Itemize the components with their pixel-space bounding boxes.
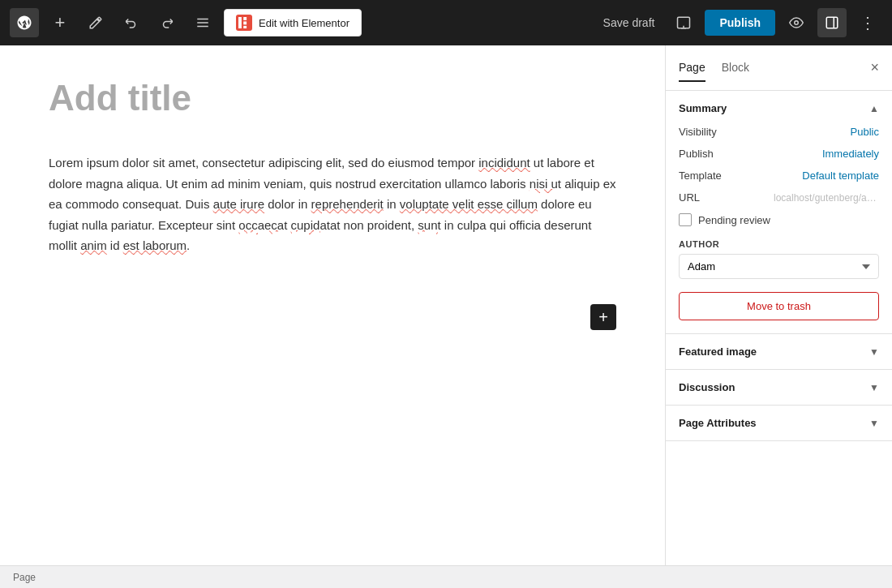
discussion-title: Discussion <box>679 381 735 393</box>
template-label: Template <box>679 170 722 182</box>
post-title[interactable]: Add title <box>49 78 616 127</box>
sidebar: Page Block × Summary ▲ Visibility Public <box>665 45 892 565</box>
more-options-button[interactable]: ⋮ <box>853 8 882 37</box>
author-select[interactable]: Adam <box>679 254 879 279</box>
summary-title: Summary <box>679 102 727 114</box>
publish-label: Publish <box>679 148 714 160</box>
discussion-chevron-icon: ▼ <box>869 382 879 393</box>
pending-review-label: Pending review <box>698 214 770 226</box>
page-attributes-title: Page Attributes <box>679 417 757 429</box>
undo-button[interactable] <box>117 8 146 37</box>
sidebar-toggle-button[interactable] <box>817 8 847 37</box>
svg-rect-3 <box>238 17 242 28</box>
svg-rect-4 <box>243 17 247 20</box>
template-value[interactable]: Default template <box>802 170 879 182</box>
edit-with-elementor-button[interactable]: Edit with Elementor <box>224 9 362 36</box>
publish-value[interactable]: Immediately <box>822 148 879 160</box>
status-bar: Page <box>0 565 892 588</box>
summary-visibility-row: Visibility Public <box>679 126 879 138</box>
pending-review-checkbox[interactable] <box>679 213 692 226</box>
move-to-trash-button[interactable]: Move to trash <box>679 292 879 320</box>
toolbar: + Edit with Elementor Save draft Publish… <box>0 0 892 45</box>
elementor-icon <box>236 15 252 31</box>
page-attributes-header[interactable]: Page Attributes ▼ <box>666 406 892 440</box>
page-attributes-section: Page Attributes ▼ <box>666 406 892 441</box>
svg-rect-11 <box>826 17 838 28</box>
add-block-inline-button[interactable]: + <box>590 304 616 330</box>
list-view-button[interactable] <box>188 8 217 37</box>
elementor-btn-label: Edit with Elementor <box>259 17 350 29</box>
discussion-section: Discussion ▼ <box>666 370 892 406</box>
summary-template-row: Template Default template <box>679 170 879 182</box>
preview-button[interactable] <box>782 8 811 37</box>
summary-section: Summary ▲ Visibility Public Publish Imme… <box>666 91 892 334</box>
editor-area: Add title Lorem ipsum dolor sit amet, co… <box>0 45 665 565</box>
featured-image-section: Featured image ▼ <box>666 334 892 370</box>
summary-section-header[interactable]: Summary ▲ <box>666 91 892 126</box>
tab-page[interactable]: Page <box>679 54 705 82</box>
visibility-label: Visibility <box>679 126 717 138</box>
add-block-button[interactable]: + <box>45 8 75 37</box>
visibility-value[interactable]: Public <box>851 126 879 138</box>
save-draft-button[interactable]: Save draft <box>595 11 663 34</box>
featured-image-chevron-icon: ▼ <box>869 346 879 358</box>
tab-block[interactable]: Block <box>722 54 749 82</box>
redo-button[interactable] <box>152 8 182 37</box>
pending-review-row: Pending review <box>679 213 879 226</box>
summary-body: Visibility Public Publish Immediately Te… <box>666 126 892 333</box>
featured-image-title: Featured image <box>679 346 757 358</box>
sidebar-close-button[interactable]: × <box>870 59 879 76</box>
featured-image-header[interactable]: Featured image ▼ <box>666 334 892 369</box>
url-label: URL <box>679 191 700 204</box>
summary-publish-row: Publish Immediately <box>679 148 879 160</box>
discussion-header[interactable]: Discussion ▼ <box>666 370 892 405</box>
main-area: Add title Lorem ipsum dolor sit amet, co… <box>0 45 892 565</box>
page-attributes-chevron-icon: ▼ <box>869 418 879 429</box>
post-content[interactable]: Lorem ipsum dolor sit amet, consectetur … <box>49 152 616 256</box>
summary-chevron-icon: ▲ <box>869 103 879 114</box>
summary-url-row: URL localhost/gutenberg/auto-draft/ <box>679 191 879 204</box>
publish-button[interactable]: Publish <box>705 10 775 36</box>
svg-rect-5 <box>243 21 247 24</box>
url-value[interactable]: localhost/gutenberg/auto-draft/ <box>774 192 879 204</box>
author-section: AUTHOR Adam <box>679 239 879 279</box>
sidebar-header: Page Block × <box>666 45 892 91</box>
svg-point-10 <box>795 21 799 25</box>
tools-button[interactable] <box>81 8 110 37</box>
author-label: AUTHOR <box>679 239 879 249</box>
view-button[interactable] <box>669 8 698 37</box>
status-label: Page <box>13 572 36 583</box>
svg-rect-6 <box>243 26 247 28</box>
wp-logo[interactable] <box>10 8 39 37</box>
